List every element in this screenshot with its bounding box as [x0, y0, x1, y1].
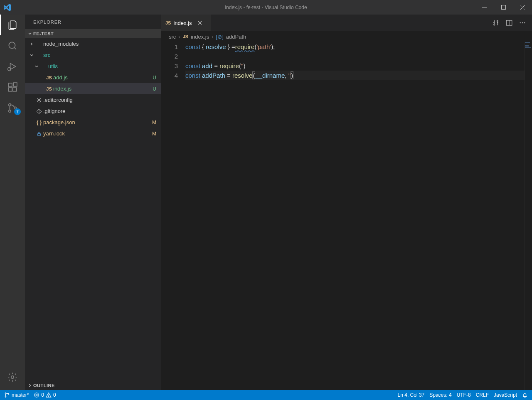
compare-changes-icon[interactable]: [492, 19, 500, 27]
svg-point-12: [38, 99, 40, 101]
svg-point-2: [9, 42, 15, 48]
settings-gear-icon[interactable]: [0, 367, 25, 388]
editor-tabs: JS index.js: [161, 15, 532, 31]
tree-item-add-js[interactable]: JSadd.jsU: [25, 72, 161, 83]
code-editor[interactable]: 1 2 3 4 const { resolve } =require('path…: [161, 42, 532, 390]
svg-point-9: [9, 110, 11, 112]
tab-label: index.js: [173, 20, 192, 26]
tree-item--editorconfig[interactable]: .editorconfig: [25, 94, 161, 106]
svg-rect-6: [13, 88, 17, 91]
svg-point-24: [5, 393, 6, 394]
svg-rect-0: [482, 7, 487, 7]
workspace-name: FE-TEST: [33, 31, 54, 36]
js-icon: JS: [45, 86, 53, 91]
tree-label: add.js: [53, 74, 153, 81]
file-tree: node_modulessrcutilsJSadd.jsUJSindex.jsU…: [25, 38, 161, 381]
svg-point-21: [520, 22, 521, 23]
svg-rect-5: [8, 88, 12, 91]
breadcrumb-file[interactable]: index.js: [191, 34, 209, 40]
problems-item[interactable]: 0 0: [34, 392, 56, 398]
tree-item-index-js[interactable]: JSindex.jsU: [25, 83, 161, 94]
tree-label: utils: [48, 63, 156, 69]
split-editor-icon[interactable]: [505, 19, 513, 27]
status-bar: master* 0 0 Ln 4, Col 37 Spaces: 4 UTF-8…: [0, 390, 532, 400]
explorer-sidebar: EXPLORER FE-TEST node_modulessrcutilsJSa…: [25, 15, 161, 390]
notifications-bell-icon[interactable]: [522, 392, 528, 398]
tab-index-js[interactable]: JS index.js: [161, 15, 211, 31]
svg-point-11: [11, 376, 14, 379]
svg-point-25: [5, 396, 6, 398]
minimize-icon[interactable]: [475, 0, 494, 15]
minimap[interactable]: [525, 42, 532, 390]
outline-label: OUTLINE: [33, 383, 55, 388]
scm-icon[interactable]: 7: [0, 98, 25, 118]
explorer-icon[interactable]: [0, 15, 25, 35]
titlebar: index.js - fe-test - Visual Studio Code: [0, 0, 532, 15]
cursor-position[interactable]: Ln 4, Col 37: [398, 392, 425, 398]
svg-point-18: [497, 20, 498, 22]
git-icon: [35, 108, 43, 114]
extensions-icon[interactable]: [0, 77, 25, 98]
more-actions-icon[interactable]: [519, 19, 526, 27]
tree-label: index.js: [53, 86, 153, 92]
svg-rect-1: [501, 5, 505, 10]
js-icon: JS: [45, 75, 53, 80]
outline-section-header[interactable]: OUTLINE: [25, 381, 161, 390]
search-icon[interactable]: [0, 35, 25, 56]
tree-item-src[interactable]: src: [25, 49, 161, 61]
line-numbers: 1 2 3 4: [161, 42, 185, 390]
maximize-icon[interactable]: [494, 0, 513, 15]
svg-point-8: [9, 104, 11, 106]
tab-close-icon[interactable]: [197, 20, 203, 26]
close-icon[interactable]: [513, 0, 532, 15]
tree-item-node_modules[interactable]: node_modules: [25, 38, 161, 49]
sidebar-title: EXPLORER: [25, 15, 161, 29]
tree-item-yarn-lock[interactable]: yarn.lockM: [25, 128, 161, 139]
json-icon: { }: [35, 120, 43, 125]
chevron-right-icon: ›: [212, 34, 213, 40]
tree-label: yarn.lock: [43, 130, 152, 137]
eol[interactable]: CRLF: [476, 392, 489, 398]
js-file-icon: JS: [183, 34, 188, 39]
code-content[interactable]: const { resolve } =require('path'); cons…: [185, 42, 532, 390]
tree-label: node_modules: [43, 41, 156, 47]
tree-label: .gitignore: [43, 108, 156, 114]
git-branch-item[interactable]: master*: [4, 392, 29, 398]
tree-item-utils[interactable]: utils: [25, 61, 161, 72]
scm-badge: 7: [14, 108, 21, 115]
window-title: index.js - fe-test - Visual Studio Code: [225, 5, 307, 10]
svg-rect-7: [13, 83, 17, 86]
config-icon: [35, 97, 43, 103]
language-mode[interactable]: JavaScript: [494, 392, 517, 398]
svg-point-29: [49, 396, 49, 397]
symbol-variable-icon: [⊘]: [216, 34, 224, 40]
svg-point-23: [524, 22, 525, 23]
chevron-down-icon: [27, 31, 33, 36]
svg-rect-16: [38, 133, 41, 135]
tree-item--gitignore[interactable]: .gitignore: [25, 106, 161, 117]
svg-point-17: [494, 24, 495, 25]
svg-rect-4: [8, 83, 12, 87]
encoding[interactable]: UTF-8: [457, 392, 471, 398]
vscode-logo-icon: [0, 4, 15, 11]
editor-group: JS index.js src › JS index.js › [⊘] addP…: [161, 15, 532, 390]
tree-label: package.json: [43, 119, 152, 125]
js-file-icon: JS: [165, 20, 171, 25]
chevron-right-icon: [28, 42, 35, 47]
chevron-down-icon: [33, 64, 40, 69]
breadcrumb-folder[interactable]: src: [169, 34, 176, 40]
debug-icon[interactable]: [0, 56, 25, 77]
activity-bar: 7: [0, 15, 25, 390]
lock-icon: [35, 131, 43, 137]
chevron-right-icon: ›: [178, 34, 180, 40]
chevron-down-icon: [28, 53, 35, 58]
svg-point-22: [522, 22, 523, 23]
tree-label: .editorconfig: [43, 97, 156, 103]
tree-label: src: [43, 52, 156, 58]
breadcrumb-symbol[interactable]: addPath: [226, 34, 246, 40]
tree-item-package-json[interactable]: { }package.jsonM: [25, 117, 161, 128]
indentation[interactable]: Spaces: 4: [429, 392, 451, 398]
workspace-section-header[interactable]: FE-TEST: [25, 29, 161, 38]
breadcrumbs[interactable]: src › JS index.js › [⊘] addPath: [161, 31, 532, 42]
chevron-right-icon: [27, 383, 33, 388]
